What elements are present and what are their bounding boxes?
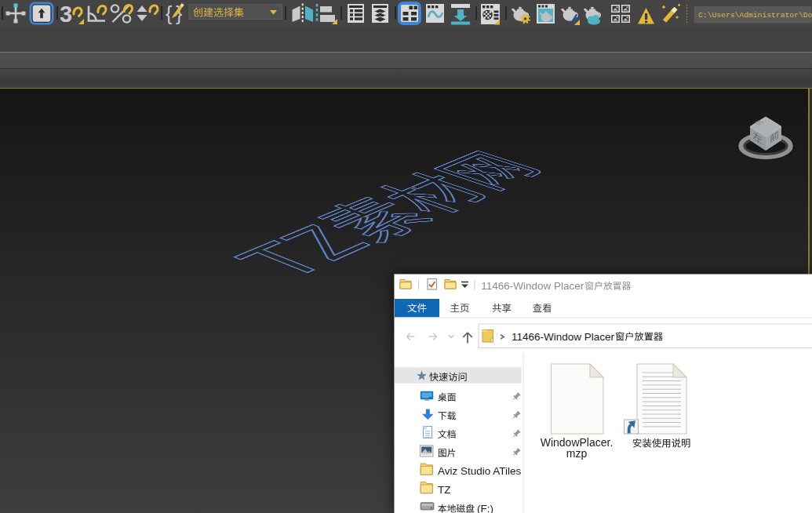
svg-text:11466-Window Placer: 11466-Window Placer: [512, 331, 615, 343]
svg-text:TZ: TZ: [438, 484, 451, 496]
svg-text:Aviz Studio ATiles: Aviz Studio ATiles: [438, 465, 522, 477]
svg-text:11466-Window Placer: 11466-Window Placer: [481, 280, 584, 292]
svg-text:mzp: mzp: [566, 447, 588, 460]
svg-text:(F:): (F:): [477, 503, 493, 513]
